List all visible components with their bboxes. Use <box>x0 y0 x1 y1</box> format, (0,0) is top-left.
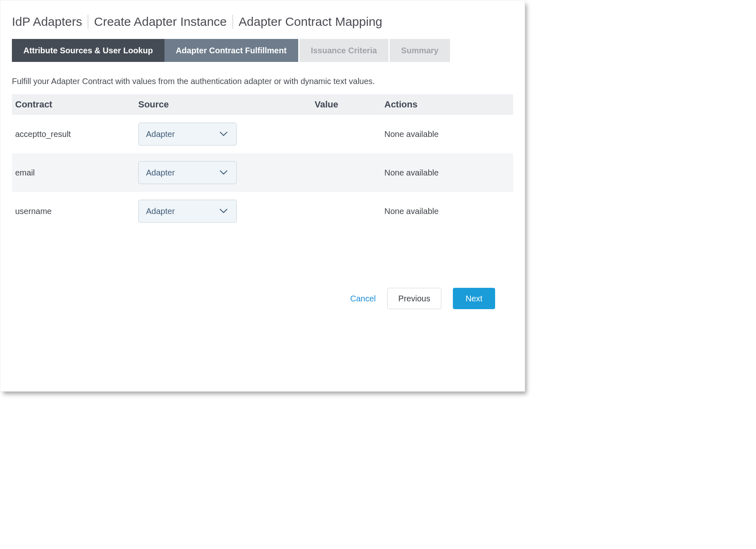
contract-name: email <box>15 168 138 178</box>
source-select[interactable]: Adapter <box>138 123 237 146</box>
source-select-value: Adapter <box>146 168 175 178</box>
chevron-down-icon <box>220 132 227 137</box>
tab-issuance-criteria[interactable]: Issuance Criteria <box>299 39 388 62</box>
tab-summary[interactable]: Summary <box>390 39 450 62</box>
help-text: Fulfill your Adapter Contract with value… <box>12 77 513 86</box>
chevron-down-icon <box>220 209 227 214</box>
next-button[interactable]: Next <box>453 288 495 309</box>
column-header-actions: Actions <box>384 99 510 110</box>
contract-name: username <box>15 207 138 216</box>
actions-cell: None available <box>384 168 510 178</box>
source-select-value: Adapter <box>146 130 175 139</box>
contract-table: Contract Source Value Actions acceptto_r… <box>12 94 513 230</box>
source-select[interactable]: Adapter <box>138 161 237 184</box>
column-header-contract: Contract <box>15 99 138 110</box>
wizard-footer: Cancel Previous Next <box>12 288 513 309</box>
tab-adapter-contract-fulfillment[interactable]: Adapter Contract Fulfillment <box>164 39 298 62</box>
breadcrumb-separator <box>233 15 233 29</box>
actions-cell: None available <box>384 207 510 216</box>
table-row: acceptto_result Adapter None available <box>12 115 513 153</box>
breadcrumb-item-create-adapter-instance[interactable]: Create Adapter Instance <box>94 14 227 29</box>
page-inner: IdP Adapters Create Adapter Instance Ada… <box>0 0 525 309</box>
tab-label: Summary <box>401 46 439 55</box>
contract-name: acceptto_result <box>15 130 138 139</box>
cancel-button[interactable]: Cancel <box>350 294 376 303</box>
page-card: IdP Adapters Create Adapter Instance Ada… <box>0 0 525 392</box>
source-cell: Adapter <box>138 161 315 184</box>
source-select-value: Adapter <box>146 207 175 216</box>
breadcrumb-item-idp-adapters[interactable]: IdP Adapters <box>12 14 82 29</box>
breadcrumb: IdP Adapters Create Adapter Instance Ada… <box>12 14 513 29</box>
source-cell: Adapter <box>138 200 315 223</box>
wizard-tabs: Attribute Sources & User Lookup Adapter … <box>12 39 450 62</box>
tab-attribute-sources[interactable]: Attribute Sources & User Lookup <box>12 39 164 62</box>
tab-label: Adapter Contract Fulfillment <box>176 46 287 55</box>
table-row: username Adapter None available <box>12 192 513 230</box>
breadcrumb-item-adapter-contract-mapping: Adapter Contract Mapping <box>239 14 382 29</box>
table-header-row: Contract Source Value Actions <box>12 94 513 115</box>
previous-button[interactable]: Previous <box>387 288 441 309</box>
chevron-down-icon <box>220 170 227 175</box>
tab-label: Issuance Criteria <box>311 46 377 55</box>
tab-label: Attribute Sources & User Lookup <box>23 46 153 55</box>
actions-cell: None available <box>384 130 510 139</box>
column-header-value: Value <box>315 99 384 110</box>
breadcrumb-separator <box>88 15 88 29</box>
column-header-source: Source <box>138 99 315 110</box>
source-select[interactable]: Adapter <box>138 200 237 223</box>
source-cell: Adapter <box>138 123 315 146</box>
table-row: email Adapter None available <box>12 153 513 192</box>
